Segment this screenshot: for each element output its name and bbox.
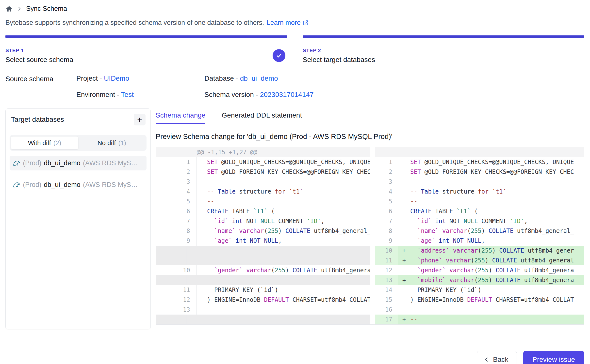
diff-row: 5--	[156, 197, 370, 206]
diff-row: 10+ `address` varchar(255) COLLATE utf8m…	[375, 246, 584, 256]
step-1: STEP 1 Select source schema	[5, 35, 287, 64]
diff-row: 4-- Table structure for `t1`	[375, 187, 584, 197]
diff-row: 12 `gender` varchar(255) COLLATE utf8mb4…	[375, 265, 584, 275]
schema-version-link[interactable]: 20230317014147	[260, 91, 314, 98]
diff-row: 2SET @OLD_FOREIGN_KEY_CHECKS=@@FOREIGN_K…	[156, 167, 370, 177]
chevron-left-icon	[484, 357, 490, 363]
diff-row: 15) ENGINE=InnoDB DEFAULT CHARSET=utf8mb…	[375, 295, 584, 305]
project-field: Project - UIDemo	[76, 75, 167, 82]
home-icon[interactable]	[5, 5, 13, 13]
step-2-label: Select target databases	[303, 56, 375, 64]
diff-row: 4-- Table structure for `t1`	[156, 187, 370, 197]
diff-row: 13	[156, 305, 370, 315]
tab-with-diff-count: (2)	[53, 139, 61, 147]
diff-row: 1SET @OLD_UNIQUE_CHECKS=@@UNIQUE_CHECKS,…	[375, 157, 584, 167]
schema-diff-editor[interactable]: @@ -1,15 +1,27 @@1SET @OLD_UNIQUE_CHECKS…	[156, 147, 584, 325]
diff-row	[156, 256, 370, 265]
diff-row: 13+ `mobile` varchar(255) COLLATE utf8mb…	[375, 275, 584, 285]
back-button[interactable]: Back	[477, 351, 517, 364]
diff-row	[156, 275, 370, 285]
mysql-icon	[13, 181, 20, 189]
diff-row: 2SET @OLD_FOREIGN_KEY_CHECKS=@@FOREIGN_K…	[375, 167, 584, 177]
diff-row: 6CREATE TABLE `t1` (	[156, 206, 370, 216]
external-link-icon	[303, 20, 309, 26]
db-instance: (AWS RDS MyS…	[83, 181, 138, 189]
intro-description: Bytebase supports synchronizing a specif…	[5, 19, 264, 27]
database-link[interactable]: db_ui_demo	[240, 75, 278, 82]
db-name: db_ui_demo	[44, 159, 81, 167]
diff-row: 10 `gender` varchar(255) COLLATE utf8mb4…	[156, 265, 370, 275]
learn-more-link[interactable]: Learn more	[267, 19, 309, 27]
step-2-number: STEP 2	[303, 47, 375, 53]
diff-row: 9 `age` int NOT NULL,	[156, 236, 370, 246]
tab-no-diff-count: (1)	[118, 139, 126, 147]
diff-row: 7 `id` int NOT NULL COMMENT 'ID',	[156, 216, 370, 226]
diff-row	[375, 147, 584, 157]
environment-field: Environment - Test	[76, 91, 167, 99]
footer-actions: Back Preview issue	[0, 351, 584, 364]
learn-more-label: Learn more	[267, 19, 301, 27]
stepper: STEP 1 Select source schema STEP 2 Selec…	[5, 35, 584, 64]
diff-row: 11 PRIMARY KEY (`id`)	[156, 285, 370, 295]
tab-no-diff-label: No diff	[98, 139, 116, 147]
db-name: db_ui_demo	[44, 181, 81, 189]
diff-row: 3--	[375, 177, 584, 187]
plus-icon: +	[137, 115, 142, 124]
step-2-progress-bar	[303, 35, 584, 38]
diff-row: 3--	[156, 177, 370, 187]
tab-with-diff-label: With diff	[28, 139, 51, 147]
diff-row	[156, 315, 370, 324]
target-database-item[interactable]: (Prod)db_ui_demo(AWS RDS MyS…	[10, 177, 147, 192]
db-instance: (AWS RDS MyS…	[83, 159, 138, 167]
preview-issue-button[interactable]: Preview issue	[523, 351, 584, 364]
tab-schema-change[interactable]: Schema change	[156, 111, 205, 124]
diff-row: 16	[375, 305, 584, 315]
check-icon	[276, 52, 282, 59]
diff-filter-tabs: With diff (2) No diff (1)	[10, 135, 147, 151]
step-1-completed-badge	[273, 49, 285, 62]
step-2: STEP 2 Select target databases	[303, 35, 584, 64]
diff-row: 12) ENGINE=InnoDB DEFAULT CHARSET=utf8mb…	[156, 295, 370, 305]
footer-divider	[0, 344, 590, 344]
diff-pane-right: 1SET @OLD_UNIQUE_CHECKS=@@UNIQUE_CHECKS,…	[375, 147, 584, 324]
preview-tabs: Schema change Generated DDL statement	[156, 111, 584, 124]
breadcrumb: Sync Schema	[5, 5, 590, 13]
diff-pane-left: @@ -1,15 +1,27 @@1SET @OLD_UNIQUE_CHECKS…	[156, 147, 370, 324]
tab-with-diff[interactable]: With diff (2)	[11, 136, 78, 150]
diff-row: @@ -1,15 +1,27 @@	[156, 147, 370, 157]
target-databases-title: Target databases	[11, 116, 64, 123]
schema-version-field: Schema version - 20230317014147	[204, 91, 314, 99]
diff-row: 14 PRIMARY KEY (`id`)	[375, 285, 584, 295]
tab-generated-ddl[interactable]: Generated DDL statement	[222, 111, 302, 124]
add-target-database-button[interactable]: +	[134, 114, 146, 125]
page-title: Sync Schema	[26, 5, 67, 13]
target-database-item[interactable]: (Prod)db_ui_demo(AWS RDS MyS…	[10, 156, 147, 170]
diff-row: 8 `name` varchar(255) COLLATE utf8mb4_ge…	[375, 226, 584, 236]
project-link[interactable]: UIDemo	[104, 75, 129, 82]
source-schema-summary: Source schema Project - UIDemo Database …	[5, 75, 590, 99]
target-databases-panel: Target databases + With diff (2) No diff…	[5, 108, 151, 329]
preview-title: Preview Schema change for 'db_ui_demo (P…	[156, 133, 584, 141]
chevron-right-icon	[17, 6, 22, 12]
diff-row: 11+ `phone` varchar(255) COLLATE utf8mb4…	[375, 256, 584, 265]
diff-row: 9 `age` int NOT NULL,	[375, 236, 584, 246]
environment-link[interactable]: Test	[121, 91, 134, 98]
db-environment: (Prod)	[23, 181, 41, 189]
database-field: Database - db_ui_demo	[204, 75, 314, 82]
diff-row: 8 `name` varchar(255) COLLATE utf8mb4_ge…	[156, 226, 370, 236]
diff-row: 17+--	[375, 315, 584, 324]
step-1-label: Select source schema	[5, 56, 73, 64]
diff-row	[156, 246, 370, 256]
target-database-list: (Prod)db_ui_demo(AWS RDS MyS… (Prod)db_u…	[6, 154, 150, 194]
back-button-label: Back	[493, 356, 508, 364]
diff-row: 6CREATE TABLE `t1` (	[375, 206, 584, 216]
diff-row: 5--	[375, 197, 584, 206]
sync-schema-page: Sync Schema Bytebase supports synchroniz…	[0, 5, 590, 364]
step-1-number: STEP 1	[5, 47, 73, 53]
diff-row: 7 `id` int NOT NULL COMMENT 'ID',	[375, 216, 584, 226]
step-1-progress-bar	[5, 35, 287, 38]
mysql-icon	[13, 159, 20, 167]
source-schema-label: Source schema	[5, 75, 76, 99]
intro-text: Bytebase supports synchronizing a specif…	[5, 19, 590, 27]
tab-no-diff[interactable]: No diff (1)	[78, 136, 145, 150]
